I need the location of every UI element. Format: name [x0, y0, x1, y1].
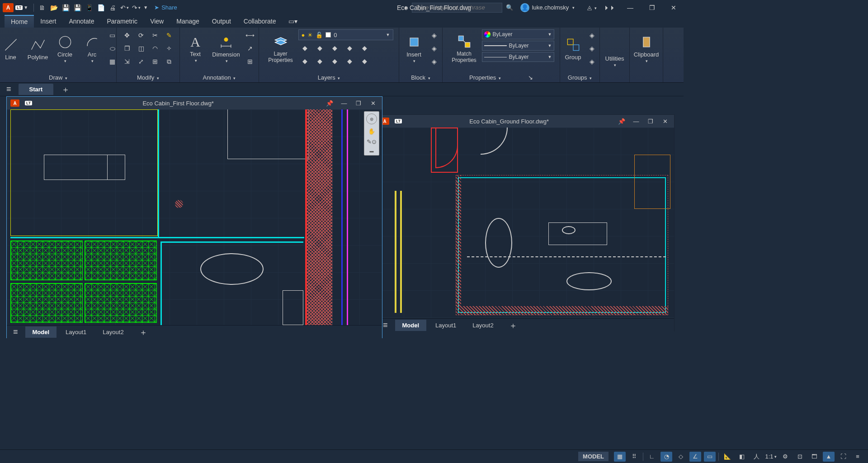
layer-uniso-icon[interactable]: ◆ — [313, 55, 327, 67]
doc2-model-tab[interactable]: Model — [395, 320, 427, 331]
hamburger-icon[interactable]: ≡ — [6, 85, 11, 94]
plot-icon[interactable]: 📄 — [96, 3, 105, 12]
utilities-button[interactable]: Utilities▾ — [603, 29, 627, 67]
trim-icon[interactable]: ✂ — [149, 29, 161, 41]
edit-attrib-icon[interactable]: ◈ — [429, 56, 440, 67]
search-icon[interactable]: 🔍 — [506, 4, 513, 11]
match-properties-button[interactable]: Match Properties — [448, 29, 480, 67]
scale-icon[interactable]: ⤢ — [135, 56, 147, 67]
line-button[interactable]: Line — [0, 29, 24, 67]
save-icon[interactable]: 💾 — [61, 3, 70, 12]
doc2-layout1-tab[interactable]: Layout1 — [428, 320, 463, 331]
fillet-icon[interactable]: ◠ — [149, 43, 161, 54]
doc2-max-button[interactable]: ❐ — [645, 118, 656, 125]
doc1-max-button[interactable]: ❐ — [353, 100, 364, 107]
copy-icon[interactable]: ❐ — [121, 43, 133, 54]
tab-insert[interactable]: Insert — [34, 15, 62, 27]
undo-icon[interactable]: ↶▾ — [120, 3, 129, 12]
create-block-icon[interactable]: ◈ — [429, 29, 440, 41]
layers-title[interactable]: Layers ▾ — [318, 73, 340, 82]
linear-dim-icon[interactable]: ⟷ — [244, 29, 256, 41]
open-icon[interactable]: 📂 — [49, 3, 58, 12]
doc2-canvas[interactable] — [377, 128, 674, 318]
navigation-bar[interactable]: ⊕ ✋ ✎⊙ ▬ — [364, 111, 379, 156]
web-mobile-icon[interactable]: 📱 — [85, 3, 94, 12]
rotate-icon[interactable]: ⟳ — [135, 29, 147, 41]
layer-iso-icon[interactable]: ◆ — [298, 55, 312, 67]
layer-properties-button[interactable]: Layer Properties — [265, 29, 297, 67]
qat-customize[interactable]: ▼ — [143, 5, 148, 10]
redo-icon[interactable]: ↷▾ — [132, 3, 141, 12]
array-icon[interactable]: ⊞ — [149, 56, 161, 67]
mirror-icon[interactable]: ◫ — [135, 43, 147, 54]
close-button[interactable]: ✕ — [666, 1, 681, 14]
minimize-button[interactable]: ― — [623, 1, 637, 14]
lineweight-selector[interactable]: ByLayer▼ — [482, 41, 554, 51]
color-selector[interactable]: ByLayer▼ — [482, 29, 554, 39]
document-window-2[interactable]: ALT Eco Cabin_Ground Floor.dwg* 📌 ― ❐ ✕ — [376, 114, 675, 331]
ungroup-icon[interactable]: ◈ — [586, 29, 598, 41]
tab-output[interactable]: Output — [206, 15, 237, 27]
zoom-extents-icon[interactable]: ⊕ — [366, 113, 377, 124]
expand-icon[interactable]: ⏵⏵ — [604, 4, 616, 11]
print-icon[interactable]: 🖨 — [108, 3, 117, 12]
linetype-selector[interactable]: ByLayer▼ — [482, 52, 554, 62]
layer-on-icon[interactable]: ◆ — [358, 55, 372, 67]
leader-icon[interactable]: ↗ — [244, 43, 256, 54]
tab-manage[interactable]: Manage — [170, 15, 206, 27]
erase-icon[interactable]: ✎ — [163, 29, 175, 41]
clipboard-button[interactable]: Clipboard▾ — [632, 29, 661, 67]
autodesk-app-icon[interactable]: ◬ ▾ — [587, 4, 597, 11]
restore-button[interactable]: ❐ — [645, 1, 659, 14]
doc2-layout2-tab[interactable]: Layout2 — [465, 320, 500, 331]
tab-extra[interactable]: ▭▾ — [282, 15, 304, 27]
doc1-layout1-tab[interactable]: Layout1 — [58, 326, 94, 338]
group-bbox-icon[interactable]: ◈ — [586, 56, 598, 67]
saveas-icon[interactable]: 💾 — [73, 3, 82, 12]
edit-block-icon[interactable]: ◈ — [429, 43, 440, 54]
app-menu-caret[interactable]: ▼ — [24, 5, 28, 10]
annotation-title[interactable]: Annotation ▾ — [203, 73, 236, 82]
layer-match-icon[interactable]: ◆ — [358, 42, 372, 54]
orbit-icon[interactable]: ✎⊙ — [367, 138, 377, 145]
modify-title[interactable]: Modify ▾ — [137, 73, 159, 82]
doc1-add-layout[interactable]: ＋ — [139, 327, 147, 338]
user-menu[interactable]: 👤 luke.cholmsky ▾ — [520, 3, 575, 12]
start-tab[interactable]: Start — [19, 84, 54, 95]
document-window-1[interactable]: ALT Eco Cabin_First Floor.dwg* 📌 ― ❐ ✕ ⊕… — [6, 96, 382, 338]
tab-view[interactable]: View — [144, 15, 170, 27]
doc1-min-button[interactable]: ― — [339, 100, 349, 107]
new-icon[interactable]: 🗎 — [38, 3, 47, 12]
doc2-titlebar[interactable]: ALT Eco Cabin_Ground Floor.dwg* 📌 ― ❐ ✕ — [377, 115, 674, 128]
doc1-model-tab[interactable]: Model — [25, 326, 57, 338]
doc2-layout-menu[interactable]: ≡ — [383, 321, 388, 330]
move-icon[interactable]: ✥ — [121, 29, 133, 41]
doc1-layout-menu[interactable]: ≡ — [13, 327, 18, 337]
layer-off-icon[interactable]: ◆ — [298, 42, 312, 54]
share-button[interactable]: ➤ Share — [154, 4, 177, 11]
layer-lock2-icon[interactable]: ◆ — [328, 42, 342, 54]
doc2-min-button[interactable]: ― — [631, 118, 642, 125]
arc-button[interactable]: Arc▾ — [80, 29, 105, 67]
block-title[interactable]: Block ▾ — [411, 73, 430, 82]
doc1-canvas[interactable]: ⊕ ✋ ✎⊙ ▬ — [7, 109, 382, 325]
table-icon[interactable]: ⊞ — [244, 56, 256, 67]
text-button[interactable]: AText▾ — [183, 29, 208, 67]
stretch-icon[interactable]: ⇲ — [121, 56, 133, 67]
tab-parametric[interactable]: Parametric — [100, 15, 144, 27]
circle-button[interactable]: Circle▾ — [52, 29, 78, 67]
layer-make-current-icon[interactable]: ◆ — [343, 42, 357, 54]
pan-icon[interactable]: ✋ — [368, 128, 375, 135]
doc1-pin-icon[interactable]: 📌 — [324, 100, 335, 107]
layer-prev-icon[interactable]: ◆ — [328, 55, 342, 67]
doc2-add-layout[interactable]: ＋ — [509, 320, 517, 331]
doc1-layout2-tab[interactable]: Layout2 — [95, 326, 131, 338]
nav-grip-icon[interactable]: ▬ — [370, 149, 374, 153]
new-tab-button[interactable]: ＋ — [61, 84, 70, 95]
insert-button[interactable]: Insert▾ — [401, 29, 427, 67]
group-button[interactable]: Group — [562, 29, 585, 67]
doc2-pin-icon[interactable]: 📌 — [616, 118, 627, 125]
layer-state-icon[interactable]: ◆ — [343, 55, 357, 67]
offset-icon[interactable]: ⧉ — [163, 56, 175, 67]
tab-home[interactable]: Home — [5, 15, 34, 28]
